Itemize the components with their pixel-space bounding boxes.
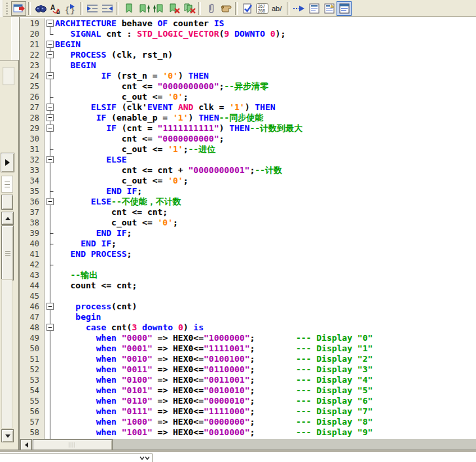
code-line[interactable]: 40 END IF; — [20, 239, 476, 249]
fold-marker[interactable] — [45, 123, 55, 134]
toolbar-replace-button[interactable]: AB — [48, 1, 63, 16]
code-line[interactable]: 39 END IF; — [20, 228, 476, 239]
fold-guide — [45, 427, 55, 438]
line-number: 44 — [20, 280, 45, 291]
collapse-chevrons-icon[interactable] — [139, 456, 150, 461]
horizontal-scrollbar[interactable] — [20, 439, 476, 450]
toolbar-show-line-numbers-button[interactable]: 267268 — [255, 1, 270, 16]
small-panel-button[interactable] — [1, 195, 13, 210]
toolbar-grip-handle[interactable] — [6, 3, 8, 14]
code-line[interactable]: 35 END IF; — [20, 186, 476, 197]
toolbar-project-navigator-toggle-button[interactable] — [11, 1, 26, 16]
code-line[interactable]: 22 PROCESS (clk, rst_n) — [20, 50, 476, 60]
scrollbar-grip-dots — [69, 442, 77, 448]
code-line[interactable]: 34 c_out <= '0'; — [20, 176, 476, 186]
code-line[interactable]: 50 when "0001" => HEX0<="1111001"; --- D… — [20, 343, 476, 354]
code-line[interactable]: 56 when "0111" => HEX0<="1111000"; --- D… — [20, 406, 476, 417]
toolbar-analyze-file-button[interactable] — [240, 1, 255, 16]
toolbar-increase-indent-button[interactable] — [84, 1, 100, 16]
fold-marker[interactable] — [45, 71, 55, 81]
code-line[interactable]: 42 — [20, 260, 476, 270]
bookmark-delete-all-icon — [183, 3, 196, 14]
code-line[interactable]: 37 cnt <= cnt; — [20, 207, 476, 218]
code-line[interactable]: 21BEGIN — [20, 39, 476, 50]
find-icon — [34, 3, 47, 14]
fold-guide — [45, 92, 55, 102]
toolbar-next-bookmark-button[interactable] — [136, 1, 151, 16]
code-line[interactable]: 25 cnt <= "0000000000";--异步清零 — [20, 81, 476, 92]
code-line[interactable]: 26 c_out <= '0'; — [20, 92, 476, 102]
code-line[interactable]: 43 --输出 — [20, 270, 476, 280]
code-line[interactable]: 27 ELSIF (clk'EVENT AND clk = '1') THEN — [20, 102, 476, 113]
toolbar-go-to-button[interactable] — [291, 1, 306, 16]
line-number: 30 — [20, 134, 45, 144]
code-line[interactable]: 57 when "1000" => HEX0<="0000000"; --- D… — [20, 417, 476, 427]
splitter-grip[interactable] — [1, 176, 13, 193]
code-line[interactable]: 19ARCHITECTURE behave OF counter IS — [20, 18, 476, 29]
code-line[interactable]: 30 cnt <= "0000000000"; — [20, 134, 476, 144]
toolbar-delete-all-bookmarks-button[interactable] — [181, 1, 196, 16]
code-line[interactable]: 38 c_out <= '0'; — [20, 218, 476, 228]
fold-marker[interactable] — [45, 322, 55, 333]
toolbar-previous-bookmark-button[interactable] — [151, 1, 166, 16]
code-line[interactable]: 36 ELSE--不使能，不计数 — [20, 197, 476, 207]
code-line[interactable]: 47 begin — [20, 312, 476, 322]
left-scrollbar-track[interactable] — [1, 279, 12, 429]
fold-guide — [45, 343, 55, 354]
bookmark-prev-icon — [153, 3, 166, 14]
code-line[interactable]: 33 cnt <= cnt + "0000000001";--计数 — [20, 165, 476, 176]
code-line[interactable]: 46 process(cnt) — [20, 301, 476, 312]
code-line[interactable]: 31 c_out <= '1';--进位 — [20, 144, 476, 155]
code-line[interactable]: 28 IF (enable_p = '1') THEN--同步使能 — [20, 113, 476, 123]
code-line[interactable]: 55 when "0110" => HEX0<="0000010"; --- D… — [20, 396, 476, 406]
code-line[interactable]: 41 END PROCESS; — [20, 249, 476, 260]
toolbar-view-document-3-button[interactable] — [337, 1, 352, 16]
code-line[interactable]: 20 SIGNAL cnt : STD_LOGIC_VECTOR(9 DOWNT… — [20, 29, 476, 39]
code-line[interactable]: 54 when "0101" => HEX0<="0010010"; --- D… — [20, 385, 476, 396]
fold-marker[interactable] — [45, 197, 55, 207]
toolbar-match-delimiter-button[interactable]: {} — [63, 1, 78, 16]
fold-marker[interactable] — [45, 155, 55, 165]
code-line[interactable]: 53 when "0100" => HEX0<="0011001"; --- D… — [20, 375, 476, 385]
code-line[interactable]: 24 IF (rst_n = '0') THEN — [20, 71, 476, 81]
code-line[interactable]: 52 when "0011" => HEX0<="0110000"; --- D… — [20, 364, 476, 375]
code-line[interactable]: 48 case cnt(3 downto 0) is — [20, 322, 476, 333]
fold-guide — [45, 354, 55, 364]
toolbar-delete-bookmark-button[interactable] — [166, 1, 181, 16]
fold-marker[interactable] — [45, 301, 55, 312]
line-number: 47 — [20, 312, 45, 322]
left-scrollbar-up-button[interactable] — [1, 212, 14, 225]
code-line[interactable]: 49 when "0000" => HEX0<="1000000"; --- D… — [20, 333, 476, 343]
toolbar-word-wrap-button[interactable]: ab/ — [270, 1, 285, 16]
toolbar-insert-bookmark-button[interactable] — [121, 1, 136, 16]
fold-guide — [45, 29, 55, 39]
code-line[interactable]: 51 when "0010" => HEX0<="0100100"; --- D… — [20, 354, 476, 364]
fold-marker[interactable] — [45, 50, 55, 60]
fold-marker[interactable] — [45, 102, 55, 113]
svg-text:268: 268 — [258, 9, 265, 13]
code-line[interactable]: 45 — [20, 291, 476, 301]
left-scrollbar-thumb[interactable] — [1, 225, 14, 280]
code-line[interactable]: 32 ELSE — [20, 155, 476, 165]
code-text: when "0111" => HEX0<="1111000"; --- Disp… — [55, 406, 373, 417]
toolbar-attach-file-button[interactable] — [203, 1, 218, 16]
toolbar-view-document-2-button[interactable] — [321, 1, 337, 16]
toolbar-view-document-1-button[interactable] — [306, 1, 321, 16]
code-line[interactable]: 58 when "1001" => HEX0<="0010000"; --- D… — [20, 427, 476, 438]
code-line[interactable]: 23 BEGIN — [20, 60, 476, 71]
toolbar-find-button[interactable] — [33, 1, 48, 16]
fold-marker[interactable] — [45, 113, 55, 123]
toolbar-macro-button[interactable] — [218, 1, 233, 16]
left-scrollbar-down-button[interactable] — [1, 429, 14, 442]
code-line[interactable]: 29 IF (cnt = "1111111111") THEN--计数到最大 — [20, 123, 476, 134]
fold-guide — [45, 396, 55, 406]
code-line[interactable]: 44 count <= cnt; — [20, 280, 476, 291]
toolbar-decrease-indent-button[interactable] — [100, 1, 115, 16]
code-viewport[interactable]: 19ARCHITECTURE behave OF counter IS20 SI… — [20, 17, 476, 439]
fold-guide — [45, 375, 55, 385]
fold-marker[interactable] — [45, 18, 55, 29]
fold-guide — [45, 280, 55, 291]
fold-marker[interactable] — [45, 39, 55, 50]
expand-panel-button[interactable] — [1, 153, 14, 172]
fold-guide — [45, 260, 55, 270]
